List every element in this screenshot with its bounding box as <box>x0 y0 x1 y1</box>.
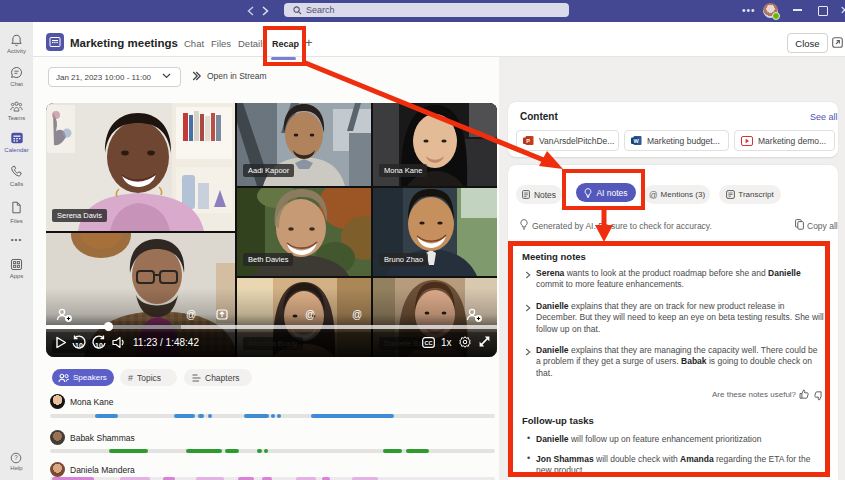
svg-text:P: P <box>526 138 530 144</box>
svg-text:10: 10 <box>75 342 83 349</box>
svg-text:W: W <box>634 138 640 144</box>
svg-text:CC: CC <box>424 340 432 346</box>
svg-text:10: 10 <box>95 342 103 349</box>
svg-text:?: ? <box>14 454 18 461</box>
